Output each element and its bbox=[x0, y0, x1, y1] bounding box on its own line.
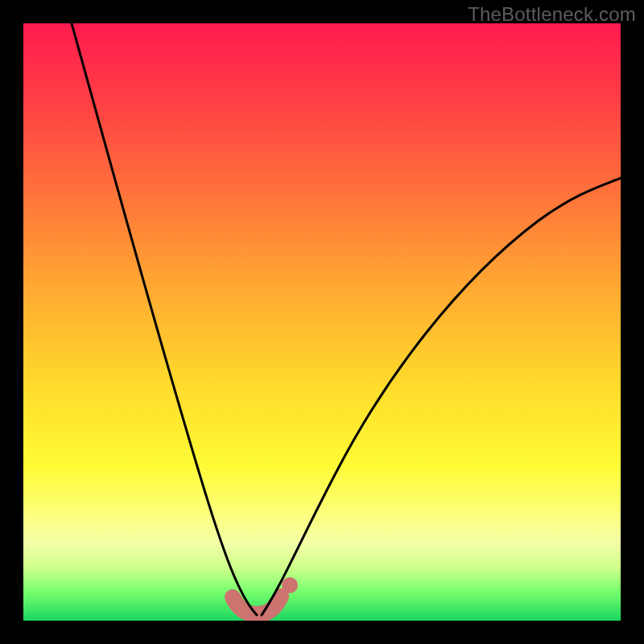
valley-dot bbox=[282, 577, 298, 593]
chart-svg bbox=[23, 23, 621, 621]
watermark-text: TheBottleneck.com bbox=[468, 3, 636, 26]
curve-right bbox=[262, 178, 621, 615]
curve-left bbox=[72, 23, 257, 615]
chart-plot-area bbox=[23, 23, 621, 621]
valley-highlight bbox=[233, 597, 281, 614]
